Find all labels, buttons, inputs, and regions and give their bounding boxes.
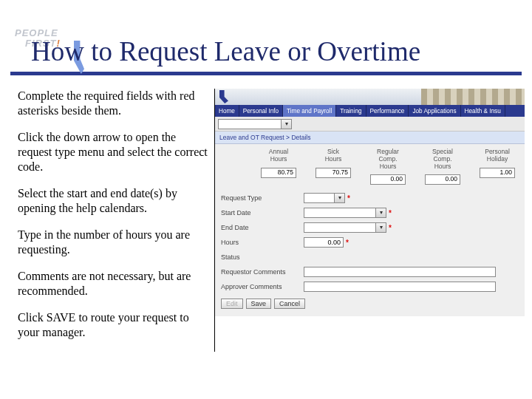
toolbar-dropdown[interactable]: ▾: [218, 119, 292, 129]
nav-tabs: Home Personal Info Time and Payroll Trai…: [215, 105, 525, 117]
requestor-comments-input[interactable]: [304, 267, 496, 277]
banner-photo: [421, 89, 525, 105]
tab-home[interactable]: Home: [215, 105, 239, 117]
tab-training[interactable]: Training: [336, 105, 366, 117]
request-type-dropdown-button[interactable]: ▾: [335, 193, 345, 203]
required-icon: *: [347, 194, 350, 202]
row-hours: Hours 0.00 *: [221, 235, 519, 250]
tab-performance[interactable]: Performance: [366, 105, 409, 117]
instruction-step: Comments are not necessary, but are reco…: [18, 269, 208, 299]
tab-health-insurance[interactable]: Health & Insu: [461, 105, 505, 117]
balance-personal-holiday-value: 1.00: [480, 168, 515, 178]
chevron-down-icon: ▾: [338, 195, 341, 201]
label-approver-comments: Approver Comments: [221, 283, 304, 290]
balance-personal-holiday: Personal Holiday 1.00: [476, 149, 519, 185]
instruction-step: Click the down arrow to open the request…: [18, 130, 208, 174]
tab-job-applications[interactable]: Job Applications: [409, 105, 460, 117]
label-end-date: End Date: [221, 224, 304, 231]
toolbar-dropdown-field[interactable]: [219, 120, 281, 129]
end-date-calendar-button[interactable]: ▾: [376, 222, 386, 233]
balance-sick: Sick Hours 70.75: [312, 149, 355, 185]
toolbar: ▾: [215, 117, 525, 132]
instruction-step: Complete the required fields with red as…: [18, 89, 208, 118]
required-icon: *: [346, 239, 349, 247]
start-date-calendar-button[interactable]: ▾: [376, 208, 386, 218]
page-title: How to Request Leave or Overtime: [31, 35, 517, 67]
form-buttons: Edit Save Cancel: [221, 299, 519, 309]
label-status: Status: [221, 253, 304, 261]
balance-regular-comp: Regular Comp. Hours 0.00: [366, 149, 409, 185]
title-rule: [10, 72, 522, 75]
cancel-button[interactable]: Cancel: [274, 299, 305, 309]
balance-annual: Annual Hours 80.75: [257, 149, 300, 185]
instruction-step: Click SAVE to route your request to your…: [18, 310, 208, 340]
balance-special-comp-value: 0.00: [425, 174, 460, 185]
florida-mini-icon: [219, 90, 228, 103]
required-icon: *: [389, 209, 392, 217]
end-date-input[interactable]: [304, 222, 376, 233]
label-start-date: Start Date: [221, 209, 304, 216]
tab-time-and-payroll[interactable]: Time and Payroll: [283, 105, 336, 117]
balance-annual-value: 80.75: [261, 168, 296, 178]
label-requestor-comments: Requestor Comments: [221, 268, 304, 276]
balance-special-comp: Special Comp. Hours 0.00: [421, 149, 464, 185]
row-request-type: Request Type ▾ *: [221, 191, 519, 205]
instructions-column: Complete the required fields with red as…: [18, 89, 208, 352]
edit-button[interactable]: Edit: [221, 299, 243, 309]
toolbar-dropdown-button[interactable]: ▾: [281, 120, 291, 129]
app-screenshot: Home Personal Info Time and Payroll Trai…: [214, 89, 525, 352]
request-form: Request Type ▾ * Start Date ▾ * End Date…: [215, 186, 525, 316]
chevron-down-icon: ▾: [380, 210, 383, 216]
label-hours: Hours: [221, 239, 304, 246]
row-end-date: End Date ▾ *: [221, 220, 519, 235]
row-start-date: Start Date ▾ *: [221, 205, 519, 220]
tab-personal-info[interactable]: Personal Info: [239, 105, 283, 117]
required-icon: *: [389, 224, 392, 232]
save-button[interactable]: Save: [246, 299, 272, 309]
row-requestor-comments: Requestor Comments: [221, 265, 519, 279]
approver-comments-input[interactable]: [304, 282, 496, 292]
breadcrumb: Leave and OT Request > Details: [215, 132, 525, 144]
request-type-select[interactable]: [304, 193, 335, 203]
start-date-input[interactable]: [304, 208, 376, 218]
label-request-type: Request Type: [221, 194, 304, 202]
instruction-step: Type in the number of hours you are requ…: [18, 228, 208, 257]
balance-sick-value: 70.75: [316, 168, 351, 178]
instruction-step: Select the start and end date(s) by open…: [18, 186, 208, 216]
balances-row: Annual Hours 80.75 Sick Hours 70.75 Regu…: [215, 144, 525, 186]
row-approver-comments: Approver Comments: [221, 279, 519, 294]
chevron-down-icon: ▾: [380, 225, 383, 231]
row-status: Status: [221, 250, 519, 265]
chevron-down-icon: ▾: [285, 121, 288, 127]
app-banner: [215, 89, 525, 105]
balance-regular-comp-value: 0.00: [370, 174, 406, 185]
hours-input[interactable]: 0.00: [304, 237, 344, 248]
